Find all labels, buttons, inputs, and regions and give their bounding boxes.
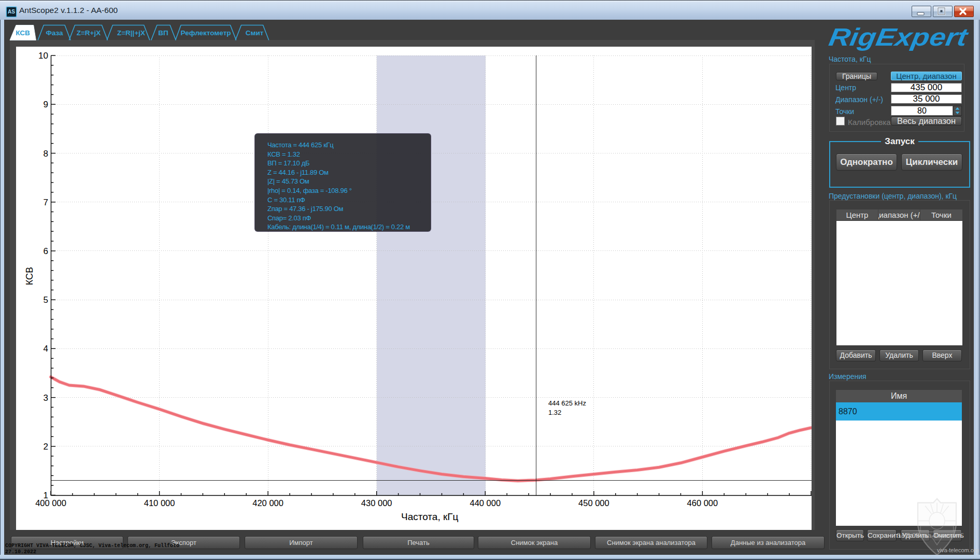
svg-text:КСВ: КСВ [24,267,35,285]
svg-text:9: 9 [44,100,48,109]
svg-text:Фаза: Фаза [46,29,63,37]
svg-text:2: 2 [44,442,48,452]
svg-text:КСВ: КСВ [16,29,30,37]
svg-text:RigExpert: RigExpert [828,23,971,51]
svg-text:Частота, кГц: Частота, кГц [401,511,459,522]
svg-text:444 625 kHz: 444 625 kHz [548,399,586,407]
svg-text:1.32: 1.32 [548,409,561,416]
svg-text:460 000: 460 000 [687,498,718,508]
svg-text:Смит: Смит [246,29,264,37]
svg-text:Рефлектометр: Рефлектометр [181,29,231,37]
svg-text:450 000: 450 000 [578,498,609,508]
svg-text:4: 4 [44,344,48,354]
svg-text:7: 7 [44,198,48,207]
svg-text:440 000: 440 000 [470,498,501,508]
svg-text:ВП: ВП [158,29,168,37]
svg-text:3: 3 [44,393,48,403]
svg-text:Z=R||+jX: Z=R||+jX [117,29,145,37]
svg-text:6: 6 [44,246,48,256]
svg-text:410 000: 410 000 [144,498,175,508]
svg-text:8: 8 [44,149,48,159]
svg-text:10: 10 [38,51,48,61]
svg-text:Z=R+jX: Z=R+jX [77,29,101,37]
svg-text:400 000: 400 000 [35,498,66,508]
svg-text:430 000: 430 000 [361,498,392,508]
svg-text:420 000: 420 000 [252,498,283,508]
svg-text:5: 5 [44,295,48,305]
